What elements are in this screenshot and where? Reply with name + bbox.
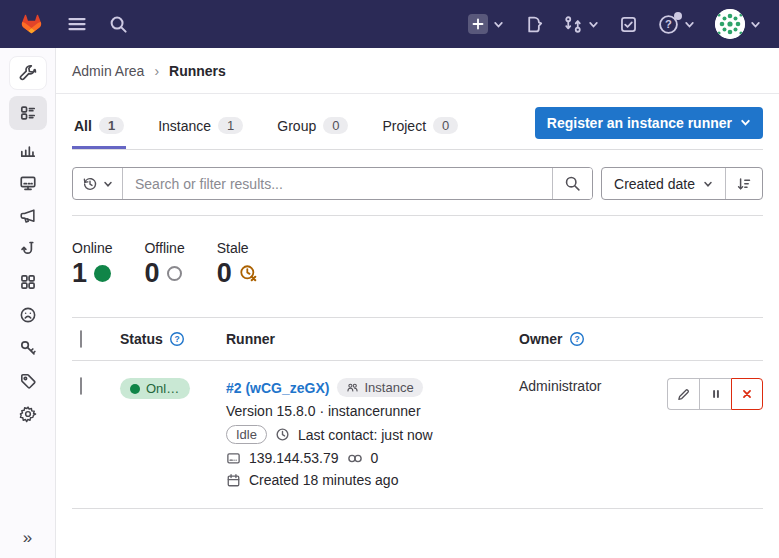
user-menu-button[interactable] (715, 9, 761, 39)
runner-type-tabs: All 1 Instance 1 Group 0 Project 0 (72, 102, 763, 150)
register-instance-runner-button[interactable]: Register an instance runner (535, 107, 763, 139)
pencil-icon (676, 387, 691, 402)
svg-text:?: ? (665, 18, 672, 30)
hamburger-menu-icon[interactable] (67, 14, 87, 34)
sidebar-item-settings[interactable] (9, 398, 47, 429)
tab-instance-count: 1 (218, 117, 243, 134)
runner-link[interactable]: #2 (wCG_zeGX) (226, 380, 329, 396)
sidebar-item-abuse-reports[interactable] (9, 299, 47, 330)
search-history-dropdown[interactable] (73, 168, 123, 199)
stat-offline: Offline 0 (144, 240, 184, 289)
tab-project-count: 0 (433, 117, 458, 134)
linked-projects-count: 0 (371, 450, 379, 466)
breadcrumb-separator: › (154, 63, 159, 79)
runner-row: Online #2 (wCG_zeGX) Instance (72, 361, 763, 509)
svg-text:?: ? (574, 334, 579, 344)
notification-dot (674, 12, 682, 20)
idle-badge: Idle (226, 425, 267, 444)
issues-button[interactable] (524, 15, 543, 34)
runner-ip: 139.144.53.79 (249, 450, 339, 466)
owner-help-icon[interactable]: ? (569, 331, 585, 347)
issues-icon (524, 15, 543, 34)
admin-sidebar: » (0, 48, 56, 558)
new-menu-button[interactable] (468, 14, 504, 34)
sidebar-collapse-button[interactable]: » (0, 528, 55, 548)
tab-group-count: 0 (323, 117, 348, 134)
merge-request-icon (563, 15, 583, 34)
wrench-icon (19, 64, 37, 82)
owner-link[interactable]: Administrator (519, 378, 601, 394)
close-x-icon (740, 387, 754, 401)
key-icon (19, 339, 37, 357)
status-help-icon[interactable]: ? (169, 331, 185, 347)
search-input[interactable] (123, 168, 552, 199)
instance-type-badge: Instance (337, 378, 422, 397)
monitor-icon (19, 174, 37, 192)
sidebar-item-applications[interactable] (9, 266, 47, 297)
runners-table: Status ? Runner Owner ? (72, 317, 763, 509)
sort-direction-button[interactable] (725, 168, 762, 199)
todos-button[interactable] (619, 15, 638, 34)
main-content: Admin Area › Runners All 1 Instance 1 (56, 48, 779, 558)
search-icon[interactable] (109, 15, 128, 34)
chevron-down-icon (750, 19, 761, 30)
svg-text:?: ? (174, 334, 179, 344)
sidebar-item-admin[interactable] (9, 56, 47, 90)
sort-descending-icon (736, 176, 752, 192)
sort-field-dropdown[interactable]: Created date (602, 168, 725, 199)
runner-actions (667, 378, 763, 410)
runner-status-stats: Online 1 Offline 0 Sta (72, 216, 763, 295)
select-all-checkbox[interactable] (80, 330, 82, 348)
tab-instance[interactable]: Instance 1 (156, 102, 245, 149)
stale-clock-icon (239, 264, 258, 283)
online-dot-icon (130, 384, 140, 394)
bar-chart-icon (19, 141, 37, 159)
search-icon (564, 175, 581, 192)
tab-all[interactable]: All 1 (72, 102, 126, 149)
edit-runner-button[interactable] (667, 378, 699, 410)
sidebar-item-deploy-keys[interactable] (9, 332, 47, 363)
users-icon (346, 381, 359, 394)
gitlab-logo-icon[interactable] (18, 11, 45, 37)
last-contact: Last contact: just now (298, 427, 433, 443)
delete-runner-button[interactable] (731, 378, 763, 410)
megaphone-icon (19, 207, 37, 225)
chevron-down-icon (493, 19, 504, 30)
breadcrumb: Admin Area › Runners (56, 48, 779, 94)
row-checkbox[interactable] (80, 377, 82, 395)
sidebar-item-system-hooks[interactable] (9, 233, 47, 264)
history-icon (82, 176, 98, 192)
help-menu-button[interactable]: ? (658, 14, 695, 35)
chevron-down-icon (740, 117, 751, 128)
hook-icon (19, 240, 37, 258)
table-header: Status ? Runner Owner ? (72, 317, 763, 361)
breadcrumb-runners: Runners (169, 63, 226, 79)
stat-online: Online 1 (72, 240, 112, 289)
calendar-icon (226, 473, 241, 488)
abuse-face-icon (19, 306, 37, 324)
tab-group[interactable]: Group 0 (275, 102, 350, 149)
pause-runner-button[interactable] (699, 378, 731, 410)
sidebar-item-messages[interactable] (9, 200, 47, 231)
avatar (715, 9, 745, 39)
admin-runners-page: ? (0, 0, 779, 558)
tab-project[interactable]: Project 0 (380, 102, 460, 149)
merge-requests-button[interactable] (563, 15, 599, 34)
offline-ring-icon (167, 266, 182, 281)
sidebar-item-labels[interactable] (9, 365, 47, 396)
gear-icon (19, 405, 37, 423)
plus-icon (468, 14, 488, 34)
stale-count: 0 (217, 258, 232, 289)
breadcrumb-admin-area[interactable]: Admin Area (72, 63, 144, 79)
created-ago: Created 18 minutes ago (249, 472, 398, 488)
sidebar-item-monitoring[interactable] (9, 167, 47, 198)
search-submit-button[interactable] (552, 168, 592, 199)
chevron-down-icon (703, 179, 713, 189)
offline-count: 0 (144, 258, 159, 289)
clock-icon (275, 427, 290, 442)
filter-bar: Created date (72, 167, 763, 200)
sidebar-item-analytics[interactable] (9, 134, 47, 165)
sidebar-item-overview[interactable] (9, 96, 47, 130)
status-badge: Online (120, 378, 190, 399)
tab-all-count: 1 (99, 117, 124, 134)
